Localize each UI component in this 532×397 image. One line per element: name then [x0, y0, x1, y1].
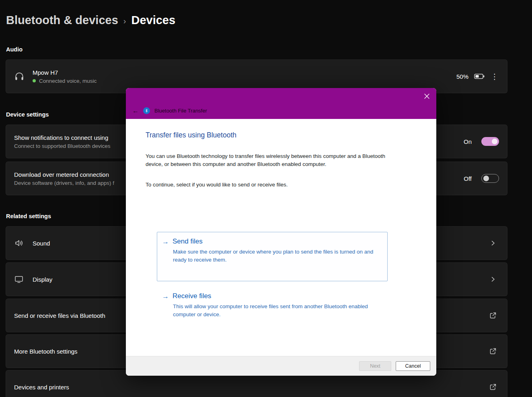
send-files-label: Send files — [173, 237, 203, 246]
dialog-titlebar: ← Bluetooth File Transfer — [126, 88, 436, 119]
related-item-label: More Bluetooth settings — [14, 348, 78, 355]
cancel-button[interactable]: Cancel — [396, 361, 430, 371]
dialog-prompt-text: To continue, select if you would like to… — [146, 182, 288, 188]
send-files-description: Make sure the computer or device where y… — [173, 248, 384, 264]
bluetooth-file-transfer-dialog: ← Bluetooth File Transfer Transfer files… — [126, 88, 436, 376]
toggle-state-label: On — [464, 138, 472, 145]
connected-status-dot — [33, 79, 36, 82]
dialog-title: Bluetooth File Transfer — [154, 108, 207, 114]
back-button[interactable]: ← — [132, 108, 139, 114]
dialog-heading: Transfer files using Bluetooth — [146, 131, 236, 139]
related-item-label: Devices and printers — [14, 384, 69, 391]
page-title: Devices — [131, 14, 175, 27]
more-options-icon[interactable]: ⋮ — [490, 72, 499, 81]
audio-section-label: Audio — [6, 46, 23, 53]
device-name: Mpow H7 — [33, 69, 97, 76]
related-settings-section-label: Related settings — [6, 213, 51, 219]
dialog-intro-text: You can use Bluetooth technology to tran… — [146, 152, 386, 168]
battery-icon — [474, 74, 485, 79]
arrow-right-icon: → — [162, 238, 169, 245]
external-link-icon — [489, 383, 499, 391]
setting-title: Download over metered connection — [14, 171, 114, 178]
bluetooth-icon — [143, 107, 150, 114]
toggle-knob — [483, 176, 489, 181]
breadcrumb: Bluetooth & devices › Devices — [6, 14, 175, 27]
next-button[interactable]: Next — [359, 361, 391, 371]
battery-percentage: 50% — [456, 73, 468, 80]
settings-window: Bluetooth & devices › Devices Audio Mpow… — [0, 0, 532, 397]
related-item-label: Send or receive files via Bluetooth — [14, 312, 105, 319]
chevron-right-icon — [489, 239, 499, 247]
device-status: Connected voice, music — [39, 78, 97, 84]
toggle-state-label: Off — [464, 175, 472, 182]
metered-toggle[interactable] — [481, 174, 499, 183]
chevron-right-icon — [489, 276, 499, 283]
related-item-label: Sound — [33, 240, 50, 247]
headphones-icon — [14, 71, 33, 82]
close-button[interactable] — [420, 90, 433, 102]
receive-files-option[interactable]: → Receive files This will allow your com… — [157, 286, 388, 324]
toggle-knob — [492, 139, 497, 144]
monitor-icon — [14, 274, 33, 284]
breadcrumb-separator: › — [123, 15, 126, 26]
external-link-icon — [489, 348, 499, 355]
breadcrumb-parent[interactable]: Bluetooth & devices — [6, 14, 118, 27]
dialog-body: Transfer files using Bluetooth You can u… — [126, 119, 436, 356]
related-item-label: Display — [33, 276, 52, 283]
receive-files-description: This will allow your computer to receive… — [173, 303, 369, 319]
dialog-footer: Next Cancel — [126, 356, 436, 376]
setting-subtitle: Device software (drivers, info, and apps… — [14, 180, 114, 186]
setting-subtitle: Connect to supported Bluetooth devices — [14, 143, 110, 149]
send-files-option[interactable]: → Send files Make sure the computer or d… — [157, 232, 388, 281]
device-settings-section-label: Device settings — [6, 111, 49, 118]
speaker-icon — [14, 238, 33, 248]
close-icon — [424, 94, 429, 99]
notifications-toggle[interactable] — [481, 137, 499, 146]
arrow-right-icon: → — [162, 293, 169, 300]
receive-files-label: Receive files — [173, 292, 211, 300]
setting-title: Show notifications to connect using — [14, 134, 110, 141]
external-link-icon — [489, 312, 499, 319]
